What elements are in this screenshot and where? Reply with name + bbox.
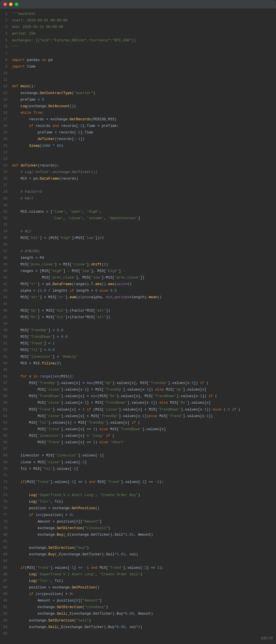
code-line[interactable]: exchange.Sell(_C(exchange.GetTicker).Buy…	[12, 624, 276, 631]
code-line[interactable]: preTime = records[-2].Time	[12, 129, 276, 136]
code-line[interactable]: M15['Trend'].values[x] = 1 if (M15['clos…	[12, 407, 276, 413]
code-content[interactable]: '''backteststart: 2019-05-01 00:00:00end…	[11, 9, 276, 639]
code-line[interactable]: Tsl = M15['Tsl'].values[-2]	[12, 466, 276, 472]
code-line[interactable]: M15['TrendUp'] = 0.0	[12, 327, 276, 334]
code-line[interactable]: M15['Dn'] = M15['hl2']+(Factor*M15['atr'…	[12, 314, 276, 321]
code-line[interactable]: M15['Up'] = M15['hl2']-(Factor*M15['atr'…	[12, 308, 276, 314]
code-line[interactable]: M15['TrendDown'] = 0.0	[12, 334, 276, 340]
code-line[interactable]: exchange.Sell(_C(exchange.GetTicker).Buy…	[12, 611, 276, 617]
code-line[interactable]: alpha = (1.0 / length) if length > 0 els…	[12, 288, 276, 294]
code-line[interactable]: if len(position) > 0:	[12, 512, 276, 519]
code-line[interactable]: M15 = pd.DataFrame(records)	[12, 176, 276, 182]
code-line[interactable]: import pandas as pd	[12, 57, 276, 64]
code-line[interactable]	[12, 241, 276, 248]
code-line[interactable]: Log('Tsl=', Tsl)	[12, 578, 276, 584]
code-line[interactable]: start: 2019-05-01 00:00:00	[12, 17, 276, 24]
code-line[interactable]: while True:	[12, 110, 276, 116]
code-line[interactable]: exchanges: [{"eid":"Futures_OKCoin","cur…	[12, 37, 276, 44]
code-line[interactable]: M15['Trend'].values[x] == 1) else 'Short…	[12, 439, 276, 446]
code-line[interactable]	[12, 485, 276, 492]
code-line[interactable]: M15['hl2'] = (M15['high']+M15['low'])/2	[12, 235, 276, 241]
code-line[interactable]	[12, 77, 276, 83]
code-line[interactable]: end: 2020-04-21 00:00:00	[12, 24, 276, 31]
code-line[interactable]	[12, 301, 276, 308]
code-line[interactable]: for x in range(len(M15)):	[12, 373, 276, 380]
code-line[interactable]: if len(position) > 0:	[12, 591, 276, 598]
code-line[interactable]: M15['prev_close'], M15['low']-M15['prev_…	[12, 275, 276, 281]
code-line[interactable]: preTime = 0	[12, 97, 276, 103]
code-line[interactable]: Amount = position[0]["Amount"]	[12, 519, 276, 525]
code-line[interactable]: M15 = M15.fillna(0)	[12, 360, 276, 367]
code-line[interactable]: exchange.SetDirection("sell")	[12, 617, 276, 624]
code-line[interactable]: if(M15['Trend'].values[-1] == -1 and M15…	[12, 565, 276, 571]
code-line[interactable]: exchange.Buy(_C(exchange.GetTicker).Sell…	[12, 551, 276, 558]
code-line[interactable]: Log('Tsl=', Tsl)	[12, 499, 276, 505]
code-line[interactable]: M15.columns = ['time', 'open', 'high',	[12, 209, 276, 215]
code-line[interactable]: M15['close'].values[x-1] > M15['TrendUp'…	[12, 387, 276, 393]
code-line[interactable]: exchange.Buy(_C(exchange.GetTicker).Sell…	[12, 532, 276, 538]
code-line[interactable]	[12, 321, 276, 327]
code-line[interactable]	[12, 446, 276, 452]
code-line[interactable]	[12, 558, 276, 564]
code-line[interactable]	[12, 156, 276, 162]
code-line[interactable]: Sleep(1000 * 60)	[12, 143, 276, 149]
code-line[interactable]: M15['tr'] = pd.DataFrame(ranges).T.abs()…	[12, 281, 276, 288]
code-line[interactable]: # HL2	[12, 228, 276, 235]
code-line[interactable]: exchange.SetDirection("closebuy")	[12, 604, 276, 611]
code-line[interactable]: M15['prev_close'] = M15['close'].shift(1…	[12, 261, 276, 268]
code-line[interactable]: M15['Tsl'] = 0.0	[12, 347, 276, 354]
code-line[interactable]: M15['close'].values[x] < M15['TrendUp'].…	[12, 413, 276, 420]
code-line[interactable]: exchange.SetContractType("quarter")	[12, 90, 276, 97]
code-line[interactable]: M15['atr'] = M15['tr'].ewm(alpha=alpha, …	[12, 294, 276, 301]
code-line[interactable]: if records and records[-2].Time > preTim…	[12, 123, 276, 129]
code-line[interactable]	[12, 222, 276, 228]
code-line[interactable]: close = M15['close'].values[-2]	[12, 459, 276, 466]
code-line[interactable]: Log(exchange.GetAccount())	[12, 103, 276, 110]
code-line[interactable]: M15['Trend'].values[x] == 1) else M15['T…	[12, 426, 276, 433]
code-line[interactable]: M15['Tsl'].values[x] = M15['TrendUp'].va…	[12, 420, 276, 426]
code-line[interactable]	[12, 202, 276, 209]
code-line[interactable]: exchange.SetDirection("closesell")	[12, 525, 276, 532]
code-line[interactable]	[12, 182, 276, 189]
code-line[interactable]: M15['linecolor'] = 'Homily'	[12, 354, 276, 360]
code-line[interactable]: import time	[12, 64, 276, 70]
code-line[interactable]: linecolor = M15['linecolor'].values[-2]	[12, 452, 276, 459]
code-line[interactable]: exchange.SetDirection("buy")	[12, 545, 276, 551]
minimize-icon[interactable]	[9, 3, 13, 6]
code-line[interactable]	[12, 367, 276, 373]
code-line[interactable]: # Log('onTick',exchange.GetTicker())	[12, 169, 276, 176]
code-line[interactable]	[12, 149, 276, 156]
code-line[interactable]: M15['TrendDown'].values[x] = min(M15['Dn…	[12, 393, 276, 400]
code-line[interactable]: if(M15['Trend'].values[-1] == 1 and M15[…	[12, 479, 276, 485]
code-line[interactable]: M15['Trend'] = 1	[12, 340, 276, 347]
code-line[interactable]	[12, 538, 276, 545]
code-line[interactable]: doTicker(records[:-1])	[12, 136, 276, 143]
code-editor[interactable]: 1234567891011121314151617181920212223242…	[0, 9, 276, 639]
code-line[interactable]: position = exchange.GetPosition()	[12, 505, 276, 512]
code-line[interactable]: Log('SuperTrend V.1 Alert Long', 'Create…	[12, 571, 276, 578]
code-line[interactable]: '''	[12, 44, 276, 50]
code-line[interactable]: def main():	[12, 83, 276, 90]
code-line[interactable]: records = exchange.GetRecords(PERIOD_M15…	[12, 116, 276, 123]
code-line[interactable]: # Pd=7	[12, 196, 276, 202]
code-line[interactable]: 'low', 'close', 'volume', 'OpenInterest'…	[12, 215, 276, 222]
code-line[interactable]	[12, 631, 276, 637]
code-line[interactable]: '''backtest	[12, 11, 276, 17]
code-line[interactable]	[12, 50, 276, 57]
window-titlebar[interactable]	[0, 0, 276, 9]
code-line[interactable]: # Factor=3	[12, 189, 276, 195]
code-line[interactable]: ranges = [M15['high'] - M15['low'], M15[…	[12, 268, 276, 275]
code-line[interactable]: period: 15m	[12, 31, 276, 37]
code-line[interactable]: length = Pd	[12, 255, 276, 261]
code-line[interactable]	[12, 472, 276, 479]
code-line[interactable]: Log('SuperTrend V.1 Alert Long', 'Create…	[12, 492, 276, 499]
code-line[interactable]: M15['close'].values[x-1] < M15['TrendDow…	[12, 400, 276, 406]
code-line[interactable]: position = exchange.GetPosition()	[12, 584, 276, 591]
code-line[interactable]: # ATR(PD)	[12, 248, 276, 255]
code-line[interactable]	[12, 70, 276, 77]
code-line[interactable]: M15['TrendUp'].values[x] = max(M15['Up']…	[12, 380, 276, 387]
close-icon[interactable]	[3, 3, 7, 6]
maximize-icon[interactable]	[15, 3, 18, 6]
code-line[interactable]: M15['linecolor'].values[x] = 'Long' if (	[12, 433, 276, 439]
code-line[interactable]: Amount = position[0]["Amount"]	[12, 598, 276, 604]
